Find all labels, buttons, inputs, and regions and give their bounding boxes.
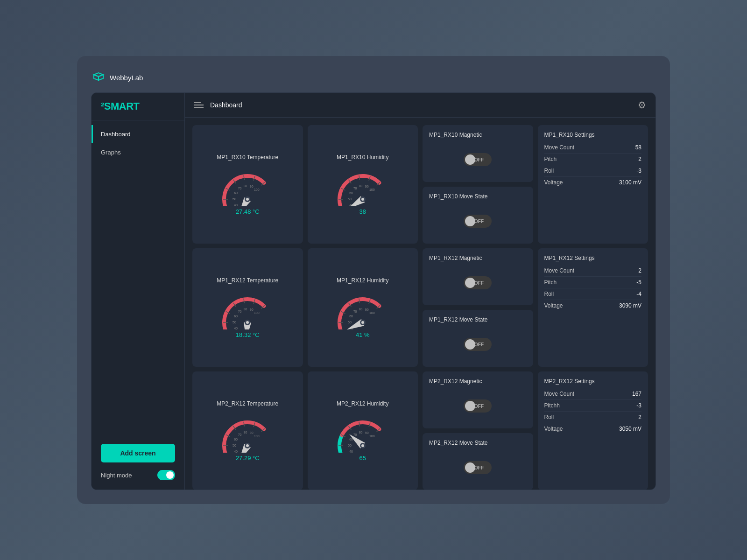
- gauge-widget: MP1_RX12 Humidity 0102030405060708090100…: [308, 248, 418, 367]
- svg-text:40: 40: [234, 326, 238, 329]
- settings-row: Voltage 3100 mV: [544, 177, 642, 188]
- settings-value: -3: [636, 168, 641, 174]
- topbar-left: Dashboard: [194, 101, 242, 109]
- svg-point-24: [246, 198, 249, 201]
- widget-title: MP1_RX10 Humidity: [337, 154, 388, 161]
- sidebar-bottom: Add screen Night mode: [92, 434, 184, 490]
- gauge-value: 27.29 °C: [236, 455, 260, 462]
- gauge-widget: MP1_RX10 Temperature 0102030405060708090…: [192, 125, 303, 244]
- settings-label: Roll: [544, 168, 554, 174]
- settings-row: Move Count 58: [544, 142, 642, 154]
- toggle-button[interactable]: OFF: [464, 153, 492, 166]
- widget-title: MP1_RX12 Temperature: [217, 277, 278, 284]
- svg-text:80: 80: [359, 308, 362, 311]
- toggle-widget: MP2_RX12 Move State OFF: [423, 433, 533, 490]
- widget-title: MP2_RX12 Settings: [544, 378, 642, 385]
- svg-text:60: 60: [349, 191, 353, 195]
- svg-point-74: [246, 321, 249, 324]
- svg-point-124: [246, 444, 249, 447]
- svg-text:90: 90: [365, 308, 369, 311]
- toggle-column: MP2_RX12 Magnetic OFF MP2_RX12 Move Stat…: [423, 371, 533, 490]
- hamburger-icon[interactable]: [194, 102, 204, 108]
- svg-text:70: 70: [238, 310, 242, 313]
- sidebar-item-dashboard[interactable]: Dashboard: [92, 125, 184, 143]
- settings-value: -4: [636, 291, 641, 297]
- settings-value: 167: [632, 391, 641, 397]
- svg-text:40: 40: [234, 449, 238, 452]
- sidebar-item-graphs[interactable]: Graphs: [92, 143, 184, 161]
- toggle-column: MP1_RX10 Magnetic OFF MP1_RX10 Move Stat…: [423, 125, 533, 244]
- svg-text:100: 100: [369, 188, 375, 191]
- gauge-value: 38: [359, 208, 366, 215]
- toggle-widget: MP1_RX10 Magnetic OFF: [423, 125, 533, 182]
- settings-row: Voltage 3050 mV: [544, 423, 642, 434]
- gauge-widget: MP2_RX12 Humidity 0102030405060708090100…: [308, 371, 418, 490]
- widget-title: MP2_RX12 Humidity: [337, 400, 388, 407]
- svg-text:70: 70: [238, 187, 242, 190]
- settings-label: Move Count: [544, 391, 575, 397]
- toggle-button[interactable]: OFF: [464, 461, 492, 474]
- widget-title: MP1_RX10 Magnetic: [429, 132, 527, 138]
- settings-value: 2: [638, 414, 641, 420]
- settings-icon[interactable]: ⚙: [638, 99, 646, 111]
- settings-row: Move Count 167: [544, 388, 642, 400]
- brand-logo: ²SMART: [101, 100, 140, 112]
- toggle-circle: [465, 401, 475, 411]
- svg-text:70: 70: [353, 433, 357, 436]
- settings-row: Voltage 3090 mV: [544, 300, 642, 311]
- widget-title: MP1_RX10 Settings: [544, 132, 642, 138]
- gauge-widget: MP1_RX12 Temperature 0102030405060708090…: [192, 248, 303, 367]
- dashboard-grid: MP1_RX10 Temperature 0102030405060708090…: [185, 118, 655, 490]
- settings-label: Voltage: [544, 302, 563, 309]
- top-bar: WebbyLab: [91, 70, 656, 85]
- settings-value: 2: [638, 156, 641, 162]
- settings-value: 3050 mV: [619, 426, 641, 432]
- night-mode-toggle[interactable]: [157, 470, 175, 480]
- svg-text:100: 100: [254, 434, 260, 438]
- svg-text:60: 60: [234, 315, 238, 318]
- settings-label: Roll: [544, 291, 554, 297]
- gauge-value: 18.32 °C: [236, 331, 260, 338]
- widget-title: MP2_RX12 Move State: [429, 440, 527, 446]
- widget-title: MP1_RX12 Settings: [544, 255, 642, 261]
- gauge-value: 65: [359, 455, 366, 462]
- add-screen-button[interactable]: Add screen: [101, 444, 175, 462]
- svg-text:100: 100: [254, 188, 260, 191]
- settings-row: Roll 2: [544, 412, 642, 423]
- svg-text:50: 50: [233, 197, 236, 200]
- svg-text:90: 90: [250, 431, 254, 434]
- settings-row: Move Count 2: [544, 265, 642, 277]
- svg-text:40: 40: [349, 449, 353, 452]
- widget-title: MP1_RX12 Magnetic: [429, 255, 527, 261]
- main-container: ²SMART Dashboard Graphs Add screen Night…: [91, 92, 656, 490]
- settings-value: -5: [636, 279, 641, 286]
- svg-text:100: 100: [369, 311, 375, 315]
- logo-area: WebbyLab: [91, 70, 143, 85]
- settings-label: Pitch: [544, 156, 557, 162]
- content-area: Dashboard ⚙ MP1_RX10 Temperature 0102030…: [185, 93, 655, 490]
- toggle-column: MP1_RX12 Magnetic OFF MP1_RX12 Move Stat…: [423, 248, 533, 367]
- settings-label: Voltage: [544, 179, 563, 186]
- svg-text:70: 70: [238, 433, 242, 436]
- gauge-value: 41 %: [356, 331, 370, 338]
- toggle-circle: [465, 339, 475, 350]
- svg-text:80: 80: [244, 308, 247, 311]
- toggle-button[interactable]: OFF: [464, 338, 492, 351]
- settings-value: 2: [638, 267, 641, 274]
- svg-text:100: 100: [254, 311, 260, 315]
- toggle-circle: [465, 278, 475, 288]
- svg-text:80: 80: [359, 431, 362, 434]
- toggle-button[interactable]: OFF: [464, 215, 492, 228]
- settings-row: Roll -3: [544, 165, 642, 177]
- svg-text:50: 50: [233, 320, 236, 323]
- night-mode-row: Night mode: [101, 470, 175, 480]
- settings-row: Pitch -5: [544, 277, 642, 288]
- toggle-button[interactable]: OFF: [464, 399, 492, 413]
- svg-text:80: 80: [244, 431, 247, 434]
- settings-value: -3: [636, 402, 641, 409]
- settings-widget: MP2_RX12 Settings Move Count 167 Pitchh …: [538, 371, 648, 490]
- gauge-widget: MP2_RX12 Temperature 0102030405060708090…: [192, 371, 303, 490]
- toggle-widget: MP1_RX12 Magnetic OFF: [423, 248, 533, 305]
- toggle-button[interactable]: OFF: [464, 276, 492, 289]
- toggle-circle: [465, 154, 475, 165]
